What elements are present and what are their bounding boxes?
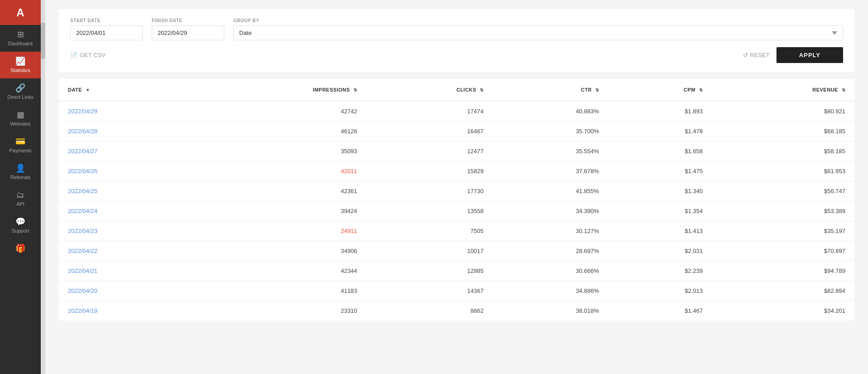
cell-impressions: 39424 [192, 201, 366, 221]
apply-button[interactable]: APPLY [776, 47, 843, 63]
cell-cpm: $2.239 [608, 261, 712, 281]
sidebar-logo: A [0, 0, 41, 25]
cell-revenue: $35.197 [712, 221, 854, 241]
file-icon: 📄 [70, 52, 77, 58]
cell-ctr: 34.390% [492, 201, 608, 221]
filter-dates-row: START DATE FINISH DATE GROUP BY Date Wee… [70, 18, 843, 40]
sidebar-item-support[interactable]: 💬 Support [0, 212, 41, 239]
cell-date: 2022/04/22 [59, 241, 192, 261]
scrollbar-track[interactable] [41, 0, 45, 374]
table-row: 2022/04/20 41183 14367 34.886% $2.013 $8… [59, 281, 854, 301]
cell-cpm: $1.893 [608, 101, 712, 121]
cell-cpm: $1.340 [608, 181, 712, 201]
scrollbar-thumb[interactable] [41, 23, 45, 59]
group-by-group: GROUP BY Date Week Month [233, 18, 843, 40]
table-row: 2022/04/23 24911 7505 30.127% $1.413 $35… [59, 221, 854, 241]
cell-impressions: 23310 [192, 301, 366, 321]
col-ctr[interactable]: CTR ⇅ [492, 79, 608, 101]
cell-cpm: $1.658 [608, 141, 712, 161]
cell-revenue: $61.953 [712, 161, 854, 181]
finish-date-group: FINISH DATE [152, 18, 224, 40]
cell-revenue: $70.897 [712, 241, 854, 261]
cell-revenue: $34.201 [712, 301, 854, 321]
table-row: 2022/04/26 42011 15829 37.678% $1.475 $6… [59, 161, 854, 181]
cell-clicks: 8862 [366, 301, 492, 321]
cell-clicks: 10017 [366, 241, 492, 261]
cell-ctr: 35.554% [492, 141, 608, 161]
table-header: DATE ▼ IMPRESSIONS ⇅ CLICKS ⇅ CTR ⇅ [59, 79, 854, 101]
col-clicks[interactable]: CLICKS ⇅ [366, 79, 492, 101]
group-by-select[interactable]: Date Week Month [233, 25, 843, 40]
sidebar-item-referrals[interactable]: 👤 Referrals [0, 159, 41, 185]
table-header-row: DATE ▼ IMPRESSIONS ⇅ CLICKS ⇅ CTR ⇅ [59, 79, 854, 101]
direct-links-icon: 🔗 [15, 84, 25, 92]
data-table-card: DATE ▼ IMPRESSIONS ⇅ CLICKS ⇅ CTR ⇅ [59, 79, 854, 321]
finish-date-label: FINISH DATE [152, 18, 224, 23]
api-icon: 🗂 [16, 191, 24, 199]
get-csv-button[interactable]: 📄 GET CSV [70, 52, 106, 58]
finish-date-input[interactable] [152, 25, 224, 40]
cell-clicks: 13558 [366, 201, 492, 221]
cell-impressions: 35093 [192, 141, 366, 161]
more-icon: 🎁 [15, 244, 25, 253]
cell-impressions: 24911 [192, 221, 366, 241]
sort-arrow-revenue: ⇅ [842, 87, 846, 92]
cell-date: 2022/04/25 [59, 181, 192, 201]
cell-date: 2022/04/28 [59, 121, 192, 141]
start-date-input[interactable] [70, 25, 143, 40]
sort-arrow-date: ▼ [86, 87, 90, 92]
table-row: 2022/04/28 46126 16467 35.700% $1.478 $6… [59, 121, 854, 141]
statistics-icon: 📈 [15, 57, 25, 65]
cell-clicks: 17474 [366, 101, 492, 121]
action-bar: 📄 GET CSV ↺ RESET APPLY [70, 47, 843, 63]
col-date[interactable]: DATE ▼ [59, 79, 192, 101]
col-cpm[interactable]: CPM ⇅ [608, 79, 712, 101]
cell-date: 2022/04/29 [59, 101, 192, 121]
cell-ctr: 37.678% [492, 161, 608, 181]
cell-impressions: 42742 [192, 101, 366, 121]
websites-icon: ▦ [17, 111, 24, 119]
cell-clicks: 17730 [366, 181, 492, 201]
cell-revenue: $53.389 [712, 201, 854, 221]
support-icon: 💬 [15, 218, 25, 226]
sidebar-item-label: Dashboard [8, 41, 33, 46]
filter-bar: START DATE FINISH DATE GROUP BY Date Wee… [59, 9, 854, 72]
cell-ctr: 34.886% [492, 281, 608, 301]
sort-arrow-cpm: ⇅ [699, 87, 703, 92]
dashboard-icon: ⊞ [17, 30, 24, 39]
cell-impressions: 42361 [192, 181, 366, 201]
col-impressions[interactable]: IMPRESSIONS ⇅ [192, 79, 366, 101]
cell-cpm: $2.013 [608, 281, 712, 301]
table-row: 2022/04/19 23310 8862 38.018% $1.467 $34… [59, 301, 854, 321]
sidebar-item-statistics[interactable]: 📈 Statistics [0, 52, 41, 78]
cell-date: 2022/04/21 [59, 261, 192, 281]
cell-ctr: 40.883% [492, 101, 608, 121]
table-row: 2022/04/24 39424 13558 34.390% $1.354 $5… [59, 201, 854, 221]
sidebar-item-label: Referrals [10, 175, 31, 180]
cell-impressions: 46126 [192, 121, 366, 141]
table-row: 2022/04/27 35093 12477 35.554% $1.658 $5… [59, 141, 854, 161]
referrals-icon: 👤 [15, 164, 25, 172]
table-row: 2022/04/29 42742 17474 40.883% $1.893 $8… [59, 101, 854, 121]
sidebar-item-direct-links[interactable]: 🔗 Direct Links [0, 78, 41, 105]
cell-revenue: $56.747 [712, 181, 854, 201]
group-by-label: GROUP BY [233, 18, 843, 23]
sidebar-item-dashboard[interactable]: ⊞ Dashboard [0, 25, 41, 52]
sort-arrow-clicks: ⇅ [480, 87, 484, 92]
sidebar-item-label: Websites [10, 121, 30, 126]
col-ctr-label: CTR [581, 87, 592, 92]
cell-ctr: 30.666% [492, 261, 608, 281]
sidebar-item-more[interactable]: 🎁 [0, 239, 41, 258]
table-row: 2022/04/22 34906 10017 28.697% $2.031 $7… [59, 241, 854, 261]
cell-clicks: 16467 [366, 121, 492, 141]
cell-cpm: $1.354 [608, 201, 712, 221]
sidebar-item-label: Support [12, 228, 29, 233]
col-revenue[interactable]: REVENUE ⇅ [712, 79, 854, 101]
cell-cpm: $1.413 [608, 221, 712, 241]
sidebar-item-websites[interactable]: ▦ Websites [0, 105, 41, 132]
sidebar-item-label: API [16, 201, 24, 207]
sort-arrow-impressions: ⇅ [353, 87, 357, 92]
sidebar-item-payments[interactable]: 💳 Payments [0, 132, 41, 159]
reset-button[interactable]: ↺ RESET [743, 52, 770, 58]
sidebar-item-api[interactable]: 🗂 API [0, 185, 41, 212]
